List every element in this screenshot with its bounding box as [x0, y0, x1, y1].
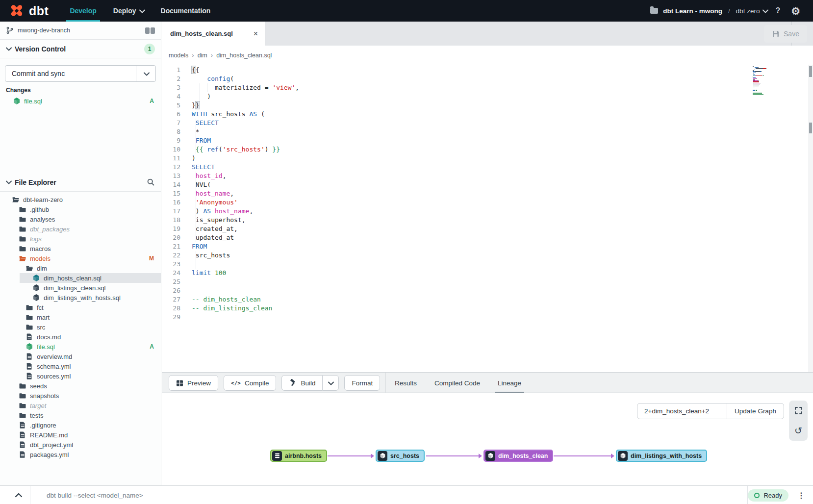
tree-item-models[interactable]: modelsM [0, 253, 161, 263]
tree-item-sources-yml[interactable]: sources.yml [0, 371, 161, 381]
breadcrumb-item[interactable]: dim [198, 52, 207, 59]
save-icon [772, 30, 780, 38]
model-cube-icon [618, 451, 628, 461]
tree-item-schema-yml[interactable]: schema.yml [0, 361, 161, 371]
bottom-toolbar: Preview</>CompileBuildFormat ResultsComp… [162, 372, 813, 393]
preview-button[interactable]: Preview [169, 375, 218, 391]
expand-command-bar-chevron[interactable] [7, 486, 30, 504]
tree-item-tests[interactable]: tests [0, 410, 161, 420]
code-editor[interactable]: 1234567891011121314151617181920212223242… [162, 65, 813, 372]
search-icon[interactable] [147, 178, 155, 186]
tree-item-dbt-project-yml[interactable]: dbt_project.yml [0, 440, 161, 450]
docs-book-icon[interactable] [145, 27, 155, 34]
file-icon [19, 451, 26, 458]
action-buttons: Preview</>CompileBuildFormat [162, 373, 386, 393]
lineage-node-src-hosts[interactable]: src_hosts [376, 450, 425, 462]
tree-item-target[interactable]: target [0, 401, 161, 410]
chevron-down-icon [328, 381, 333, 385]
commit-options-caret[interactable] [136, 66, 155, 81]
tree-item-dim-listings-clean-sql[interactable]: dim_listings_clean.sql [0, 283, 161, 293]
version-control-header[interactable]: Version Control 1 [0, 40, 161, 58]
file-tree: dbt-learn-zero.githubanalysesdbt_package… [0, 192, 161, 459]
editor-tabbar: dim_hosts_clean.sql × + [162, 22, 813, 46]
navbar-right: dbt Learn - mwong / dbt zero ? ⚙ [650, 0, 813, 22]
fullscreen-icon[interactable] [794, 406, 803, 415]
commit-and-sync-button[interactable]: Commit and sync [5, 65, 156, 82]
reset-view-icon[interactable]: ↺ [794, 426, 802, 435]
tab-results[interactable]: Results [386, 373, 426, 393]
lineage-node-airbnb-hosts[interactable]: airbnb.hosts [270, 450, 327, 462]
breadcrumb-item[interactable]: models [169, 52, 188, 59]
tree-item-macros[interactable]: macros [0, 244, 161, 253]
save-button[interactable]: Save [764, 25, 807, 43]
gear-icon[interactable]: ⚙ [788, 6, 803, 16]
breadcrumb: models›dim›dim_hosts_clean.sql [162, 46, 813, 65]
tab-compiled-code[interactable]: Compiled Code [426, 373, 489, 393]
tree-item--gitignore[interactable]: .gitignore [0, 420, 161, 430]
editor-scrollbar[interactable] [808, 65, 813, 372]
tree-item-seeds[interactable]: seeds [0, 381, 161, 391]
tab-dim-hosts-clean[interactable]: dim_hosts_clean.sql × [162, 22, 265, 46]
table-icon [176, 379, 183, 387]
format-button[interactable]: Format [344, 375, 380, 391]
tree-item-file-sql[interactable]: file.sqlA [0, 342, 161, 352]
build-options-caret[interactable] [322, 375, 339, 391]
folder-icon [19, 215, 26, 223]
nav-item-deploy[interactable]: Deploy [105, 0, 152, 22]
update-graph-button[interactable]: Update Graph [727, 403, 784, 419]
model-icon [32, 294, 40, 302]
help-icon[interactable]: ? [772, 6, 783, 15]
tree-item-readme-md[interactable]: README.md [0, 430, 161, 440]
tree-item--github[interactable]: .github [0, 204, 161, 214]
tree-item-dim[interactable]: dim [0, 263, 161, 273]
dbt-logo[interactable]: dbt [0, 0, 61, 22]
tree-item-mart[interactable]: mart [0, 312, 161, 322]
git-status-badge: A [150, 98, 154, 104]
lineage-node-dim-listings-with-hosts[interactable]: dim_listings_with_hosts [616, 450, 707, 462]
lineage-selector-input[interactable]: 2+dim_hosts_clean+2 [637, 403, 727, 419]
folder-icon [25, 323, 33, 331]
tree-item-snapshots[interactable]: snapshots [0, 391, 161, 401]
environment-selector[interactable]: dbt zero [736, 7, 768, 15]
breadcrumb-separator: › [188, 51, 197, 59]
tree-item-dim-hosts-clean-sql[interactable]: dim_hosts_clean.sql [20, 273, 161, 283]
breadcrumb-item[interactable]: dim_hosts_clean.sql [216, 52, 272, 59]
lineage-node-dim-hosts-clean[interactable]: dim_hosts_clean [483, 450, 553, 462]
nav-item-develop[interactable]: Develop [61, 0, 104, 22]
lineage-edge [554, 455, 614, 456]
nav-item-documentation[interactable]: Documentation [152, 0, 219, 22]
compile-button[interactable]: </>Compile [224, 375, 276, 391]
tree-item-fct[interactable]: fct [0, 302, 161, 312]
changes-count-badge: 1 [144, 44, 155, 54]
account-name[interactable]: dbt Learn - mwong [663, 7, 722, 15]
git-status-badge: M [149, 255, 154, 262]
command-input[interactable]: dbt build --select <model_name> [47, 486, 723, 504]
lineage-edge [328, 455, 374, 456]
close-icon[interactable]: × [254, 30, 258, 38]
tree-item-dim-listings-with-hosts-sql[interactable]: dim_listings_with_hosts.sql [0, 293, 161, 302]
tree-item-logs[interactable]: logs [0, 234, 161, 244]
tab-lineage[interactable]: Lineage [489, 373, 530, 393]
file-icon [25, 372, 33, 380]
model-icon [13, 97, 21, 105]
tree-item-src[interactable]: src [0, 322, 161, 332]
tree-item-analyses[interactable]: analyses [0, 214, 161, 224]
tree-item-docs-md[interactable]: docs.md [0, 332, 161, 342]
status-badge: Ready [748, 489, 788, 502]
tree-item-overview-md[interactable]: overview.md [0, 352, 161, 361]
tree-item-dbt-packages[interactable]: dbt_packages [0, 224, 161, 234]
build-button[interactable]: Build [281, 375, 322, 391]
file-explorer-header[interactable]: File Explorer [0, 173, 161, 192]
minimap[interactable] [753, 66, 771, 96]
kebab-menu-icon[interactable]: ⋮ [797, 491, 805, 500]
code-icon: </> [231, 380, 241, 386]
folder-icon [19, 411, 26, 419]
dbt-logo-icon [9, 3, 25, 19]
chevron-down-icon [144, 72, 149, 76]
folder-icon [12, 196, 20, 203]
lineage-edge [426, 455, 482, 456]
changed-file[interactable]: file.sqlA [0, 95, 161, 107]
tree-item-dbt-learn-zero[interactable]: dbt-learn-zero [0, 195, 161, 204]
tree-item-packages-yml[interactable]: packages.yml [0, 450, 161, 459]
chevron-down-icon [139, 9, 144, 13]
